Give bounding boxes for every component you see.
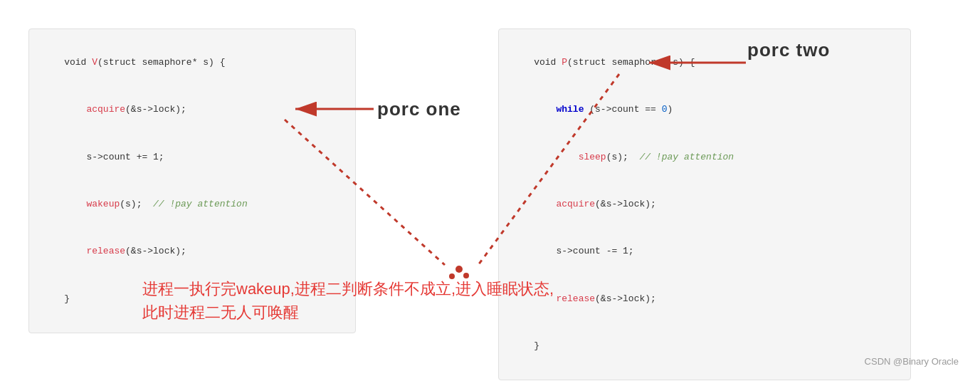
- bottom-text: 进程一执行完wakeup,进程二判断条件不成立,进入睡眠状态, 此时进程二无人可…: [142, 277, 554, 324]
- right-code-line-3: sleep(s); // !pay attention: [512, 134, 897, 181]
- right-code-line-6: release(&s->lock);: [512, 275, 897, 322]
- right-code-line-2: while (s->count == 0): [512, 86, 897, 133]
- right-code-line-4: acquire(&s->lock);: [512, 181, 897, 228]
- label-porc-two: porc two: [747, 39, 830, 61]
- left-code-line-2: acquire(&s->lock);: [42, 86, 342, 133]
- label-porc-one: porc one: [377, 98, 461, 120]
- watermark: CSDN @Binary Oracle: [865, 356, 959, 367]
- right-code-line-1: void P(struct semaphore* s) {: [512, 39, 897, 86]
- bottom-text-line1: 进程一执行完wakeup,进程二判断条件不成立,进入睡眠状态,: [142, 277, 554, 301]
- left-code-line-5: release(&s->lock);: [42, 228, 342, 275]
- right-code-line-7: }: [512, 323, 897, 370]
- dot-center: [455, 266, 463, 273]
- bottom-text-line2: 此时进程二无人可唤醒: [142, 301, 554, 324]
- right-code-box: void P(struct semaphore* s) { while (s->…: [498, 28, 911, 380]
- left-code-line-4: wakeup(s); // !pay attention: [42, 181, 342, 228]
- left-code-line-1: void V(struct semaphore* s) {: [42, 39, 342, 86]
- left-code-line-3: s->count += 1;: [42, 134, 342, 181]
- right-code-line-5: s->count -= 1;: [512, 228, 897, 275]
